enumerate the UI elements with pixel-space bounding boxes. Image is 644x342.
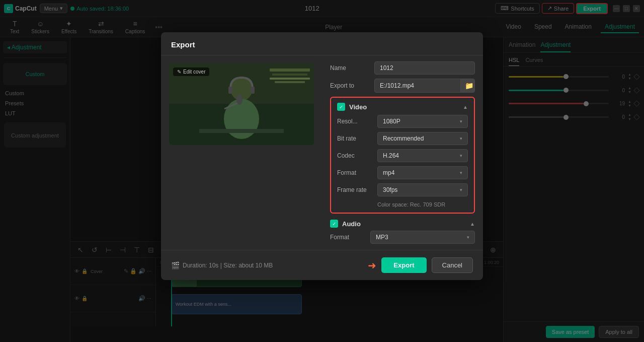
- audio-checkbox[interactable]: ✓: [330, 220, 338, 228]
- audio-format-select[interactable]: MP3 ▾: [370, 231, 475, 244]
- edit-cover-button[interactable]: ✎ Edit cover: [173, 67, 209, 76]
- codec-row: Codec H.264 ▾: [337, 149, 468, 162]
- resolution-value: 1080P: [383, 118, 400, 125]
- svg-point-11: [236, 95, 243, 105]
- export-to-label: Export to: [330, 82, 370, 89]
- arrow-indicator: ➜: [368, 259, 376, 271]
- bitrate-row: Bit rate Recommended ▾: [337, 132, 468, 145]
- resolution-row: Resol... 1080P ▾: [337, 115, 468, 128]
- format-label: Format: [337, 169, 377, 176]
- dialog-body: ✎ Edit cover Name Export to 📁: [161, 55, 483, 250]
- cancel-action-button[interactable]: Cancel: [432, 257, 473, 273]
- name-label: Name: [330, 64, 370, 72]
- duration-text: Duration: 10s | Size: about 10 MB: [183, 262, 273, 269]
- film-icon: 🎬: [171, 261, 180, 269]
- audio-section-title: Audio: [342, 220, 361, 228]
- svg-rect-5: [275, 81, 305, 83]
- codec-value: H.264: [383, 152, 399, 159]
- resolution-label: Resol...: [337, 118, 377, 125]
- name-input[interactable]: [374, 61, 475, 75]
- audio-format-value: MP3: [376, 234, 388, 241]
- format-arrow-icon: ▾: [460, 170, 462, 175]
- format-row: Format mp4 ▾: [337, 166, 468, 179]
- audio-format-arrow-icon: ▾: [467, 235, 469, 240]
- pencil-icon: ✎: [177, 69, 181, 75]
- audio-section: ✓ Audio ▲ Format MP3 ▾: [330, 220, 475, 244]
- svg-rect-12: [199, 129, 284, 133]
- dialog-footer: 🎬 Duration: 10s | Size: about 10 MB ➜ Ex…: [161, 250, 483, 280]
- export-dialog: Export: [161, 32, 483, 280]
- audio-format-row: Format MP3 ▾: [330, 231, 475, 244]
- bitrate-arrow-icon: ▾: [460, 136, 462, 141]
- color-space-info: Color space: Rec. 709 SDR: [337, 200, 468, 208]
- resolution-arrow-icon: ▾: [460, 119, 462, 124]
- dialog-overlay: Export: [0, 0, 644, 342]
- video-section-header: ✓ Video ▲: [337, 103, 468, 111]
- format-value: mp4: [383, 169, 394, 176]
- codec-label: Codec: [337, 152, 377, 159]
- svg-rect-3: [272, 74, 307, 76]
- svg-rect-4: [270, 78, 310, 80]
- video-collapse-arrow[interactable]: ▲: [463, 104, 468, 110]
- name-setting-row: Name: [330, 61, 475, 75]
- video-section: ✓ Video ▲ Resol... 1080P ▾ Bit: [330, 97, 475, 214]
- svg-rect-8: [251, 87, 255, 94]
- framerate-arrow-icon: ▾: [460, 187, 462, 192]
- framerate-row: Frame rate 30fps ▾: [337, 183, 468, 196]
- format-select[interactable]: mp4 ▾: [377, 166, 468, 179]
- export-action-button[interactable]: Export: [381, 257, 426, 273]
- folder-browse-button[interactable]: 📁: [460, 79, 475, 92]
- dialog-preview: ✎ Edit cover: [161, 55, 322, 250]
- export-path-input[interactable]: [375, 80, 460, 92]
- audio-format-label: Format: [330, 234, 370, 241]
- duration-info: 🎬 Duration: 10s | Size: about 10 MB: [171, 261, 273, 269]
- preview-image: ✎ Edit cover: [169, 63, 314, 145]
- bitrate-label: Bit rate: [337, 135, 377, 142]
- bitrate-value: Recommended: [383, 135, 424, 142]
- resolution-select[interactable]: 1080P ▾: [377, 115, 468, 128]
- video-section-title: Video: [349, 103, 367, 111]
- bitrate-select[interactable]: Recommended ▾: [377, 132, 468, 145]
- svg-rect-2: [270, 69, 310, 72]
- svg-rect-7: [228, 87, 232, 94]
- audio-section-header: ✓ Audio ▲: [330, 220, 475, 228]
- dialog-settings: Name Export to 📁 ✓ Video ▲: [322, 55, 483, 250]
- codec-arrow-icon: ▾: [460, 153, 462, 158]
- framerate-value: 30fps: [383, 186, 397, 193]
- audio-collapse-arrow[interactable]: ▲: [470, 221, 475, 227]
- export-path-field: 📁: [374, 79, 475, 93]
- dialog-title: Export: [161, 32, 483, 55]
- codec-select[interactable]: H.264 ▾: [377, 149, 468, 162]
- export-to-setting-row: Export to 📁: [330, 79, 475, 93]
- framerate-select[interactable]: 30fps ▾: [377, 183, 468, 196]
- video-checkbox[interactable]: ✓: [337, 103, 345, 111]
- framerate-label: Frame rate: [337, 186, 377, 193]
